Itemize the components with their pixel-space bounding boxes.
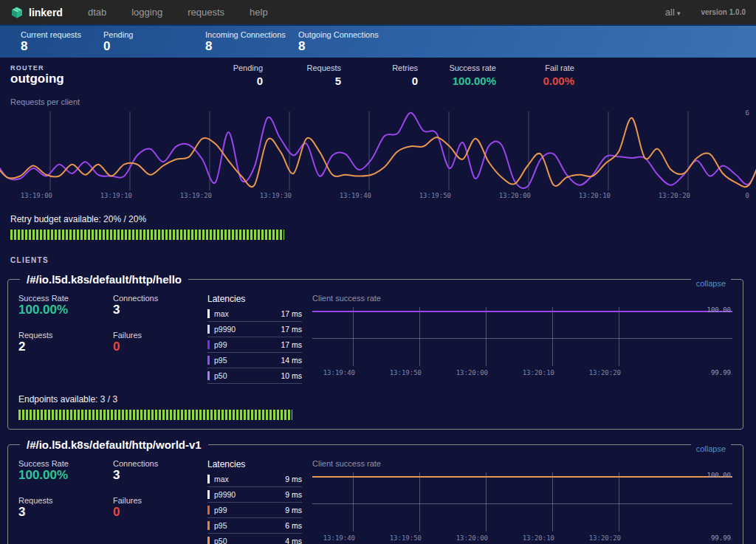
requests-per-client-chart: Requests per client 13:19:0013:19:1013:1… (0, 97, 756, 201)
latency-percentile-label: p95 (214, 356, 227, 365)
router-scope-dropdown[interactable]: all▾ (665, 7, 681, 18)
gridline (419, 307, 420, 366)
gridline (353, 472, 354, 531)
client-stat: Requests2 (18, 331, 113, 354)
client-card-body: Success Rate100.00%Connections3Requests3… (18, 454, 732, 544)
latency-value: 4 ms (285, 537, 302, 544)
collapse-link[interactable]: collapse (691, 444, 731, 453)
overview-stat-label: Outgoing Connections (298, 30, 379, 39)
gridline (353, 307, 354, 366)
client-stats: Success Rate100.00%Connections3Requests3… (18, 454, 207, 544)
latency-table: Latencies max9 msp99909 msp999 msp956 ms… (207, 454, 302, 544)
overview-stat: Incoming Connections8 (205, 30, 286, 54)
client-stats: Success Rate100.00%Connections3Requests2… (18, 289, 207, 384)
retry-budget: Retry budget available: 20% / 20% (10, 214, 746, 240)
latency-tick-icon (207, 371, 210, 380)
nav-item-requests[interactable]: requests (188, 7, 224, 18)
y-axis-min-label: 0 (746, 192, 749, 199)
latency-tick-icon (207, 340, 210, 349)
nav-right: all▾ version 1.0.0 (665, 7, 746, 18)
client-card-body: Success Rate100.00%Connections3Requests2… (18, 289, 732, 384)
y-axis-min-label: 99.99 (711, 369, 731, 376)
chart-plot: 13:19:4013:19:5013:20:0013:20:1013:20:20… (312, 469, 732, 540)
gridline (619, 472, 619, 531)
gridline (312, 503, 732, 504)
nav-item-dtab[interactable]: dtab (88, 7, 106, 18)
router-stat-label: Success rate (428, 63, 496, 72)
x-tick-label: 13:19:50 (373, 534, 422, 542)
linkerd-brand[interactable]: linkerd (10, 6, 63, 19)
client-stat-value: 0 (113, 506, 207, 520)
router-stat: Success rate100.00% (428, 63, 496, 87)
latency-row: p999 ms (207, 503, 302, 518)
x-tick-label: 13:20:00 (439, 369, 488, 376)
client-stat: Success Rate100.00% (18, 294, 113, 317)
nav-item-help[interactable]: help (250, 7, 268, 18)
x-tick-label: 13:20:00 (479, 192, 531, 199)
client-success-chart: Client success rate13:19:4013:19:5013:20… (312, 289, 732, 384)
latency-table-title: Latencies (207, 459, 302, 469)
client-success-chart: Client success rate13:19:4013:19:5013:20… (312, 454, 732, 544)
client-stat: Failures0 (113, 331, 207, 354)
y-axis-max-label: 6 (746, 109, 749, 117)
x-tick-label: 13:19:40 (320, 192, 371, 199)
latency-tick-icon (207, 521, 210, 530)
x-tick-label: 13:19:50 (399, 192, 451, 199)
x-tick-label: 13:20:20 (572, 369, 621, 376)
overview-stat-value: 8 (21, 39, 81, 54)
gridline (619, 307, 619, 366)
latency-value: 10 ms (281, 371, 302, 380)
nav-item-logging[interactable]: logging (131, 7, 162, 18)
router-stat-label: Retries (350, 63, 418, 72)
client-stat-label: Failures (113, 496, 207, 505)
overview-stat-value: 8 (298, 39, 379, 54)
router-stat-value: 0.00% (506, 75, 574, 87)
collapse-link[interactable]: collapse (691, 279, 731, 288)
router-stat: Retries0 (350, 63, 418, 87)
gridline (552, 307, 553, 366)
latency-row: max9 ms (207, 472, 302, 487)
retry-budget-label: Retry budget available: 20% / 20% (10, 214, 746, 224)
gridline (486, 472, 487, 531)
gridline (552, 472, 553, 531)
retry-budget-gauge (10, 230, 284, 240)
client-title: /#/io.l5d.k8s/default/http/hello (20, 273, 188, 286)
latency-percentile-label: p9990 (214, 325, 236, 334)
router-stat-label: Pending (195, 63, 263, 72)
latency-percentile-label: p50 (214, 537, 227, 544)
latency-row: p956 ms (207, 518, 302, 534)
latency-value: 17 ms (281, 325, 302, 334)
x-tick-label: 13:19:40 (306, 369, 355, 376)
latency-percentile-label: p95 (214, 521, 227, 530)
overview-stat-label: Pending (103, 30, 133, 39)
chevron-down-icon: ▾ (677, 10, 681, 17)
latency-value: 17 ms (281, 340, 302, 349)
x-tick-label: 13:20:10 (506, 534, 554, 542)
latency-row: p99909 ms (207, 487, 302, 503)
top-navbar: linkerd dtabloggingrequestshelp all▾ ver… (0, 0, 756, 24)
endpoints-label: Endpoints available: 3 / 3 (18, 394, 732, 404)
x-tick-label: 13:19:40 (306, 534, 355, 542)
overview-stats-bar: Current requests8Pending0Incoming Connec… (0, 24, 756, 58)
y-axis-max-label: 100.00 (707, 306, 731, 314)
gridline (419, 472, 420, 531)
latency-tick-icon (207, 325, 210, 334)
x-tick-label: 13:20:10 (559, 192, 611, 199)
overview-stat-value: 0 (103, 39, 133, 54)
x-tick-label: 13:20:00 (439, 534, 488, 542)
endpoints-available: Endpoints available: 3 / 3 (18, 394, 732, 420)
router-stat-label: Fail rate (506, 63, 574, 72)
router-stat: Requests5 (273, 63, 341, 87)
endpoints-gauge (18, 410, 292, 420)
client-stat: Requests3 (18, 496, 113, 520)
client-stat-label: Connections (113, 459, 207, 468)
router-stat-value: 0 (195, 75, 263, 87)
router-stat-value: 100.00% (428, 75, 496, 87)
success-rate-line (312, 476, 732, 478)
latency-tick-icon (207, 490, 210, 499)
x-tick-label: 13:20:20 (572, 534, 621, 542)
chart-title: Client success rate (312, 294, 732, 303)
x-tick-label: 13:19:00 (1, 192, 52, 199)
router-stat: Fail rate0.00% (506, 63, 574, 87)
client-stat-label: Success Rate (18, 459, 113, 468)
